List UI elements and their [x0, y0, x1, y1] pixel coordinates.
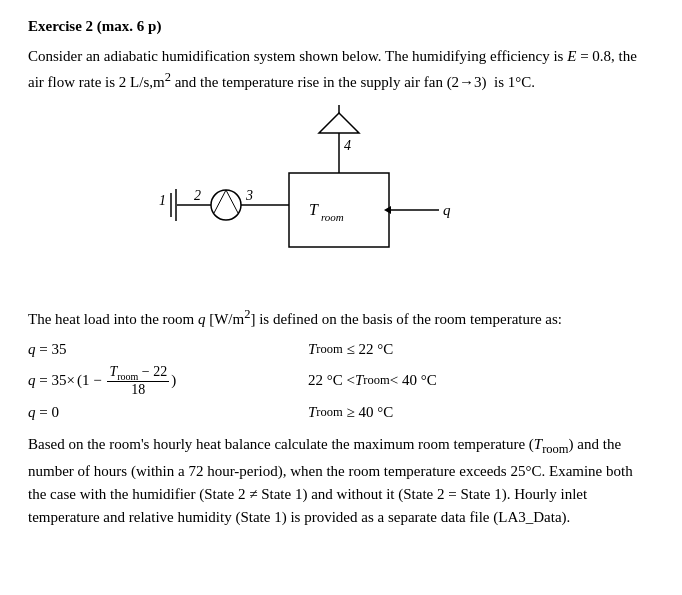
conclusion-paragraph: Based on the room's hourly heat balance … — [28, 433, 654, 529]
svg-text:4: 4 — [344, 138, 351, 153]
svg-text:room: room — [321, 211, 344, 223]
svg-text:q: q — [443, 202, 451, 218]
eq2-right: 22 °C < Troom < 40 °C — [308, 372, 654, 389]
eq1-left: q = 35 — [28, 341, 308, 358]
eq3-right: Troom ≥ 40 °C — [308, 404, 654, 421]
heat-load-text: The heat load into the room q [W/m2] is … — [28, 305, 654, 331]
svg-text:2: 2 — [194, 188, 201, 203]
svg-text:T: T — [309, 201, 319, 218]
exercise-title: Exercise 2 (max. 6 p) — [28, 18, 654, 35]
svg-marker-18 — [319, 113, 359, 133]
svg-text:3: 3 — [245, 188, 253, 203]
equations: q = 35 Troom ≤ 22 °C q = 35×(1 − Troom −… — [28, 341, 654, 422]
eq1-right: Troom ≤ 22 °C — [308, 341, 654, 358]
svg-rect-10 — [289, 173, 389, 247]
svg-marker-14 — [384, 206, 391, 214]
eq3-left: q = 0 — [28, 404, 308, 421]
intro-paragraph: Consider an adiabatic humidification sys… — [28, 45, 654, 93]
system-diagram: 1 2 3 T room q 4 — [141, 105, 541, 295]
svg-text:1: 1 — [159, 193, 166, 208]
eq2-left: q = 35×(1 − Troom − 2218) — [28, 364, 308, 399]
diagram-area: 1 2 3 T room q 4 — [28, 105, 654, 295]
svg-point-5 — [211, 190, 241, 220]
